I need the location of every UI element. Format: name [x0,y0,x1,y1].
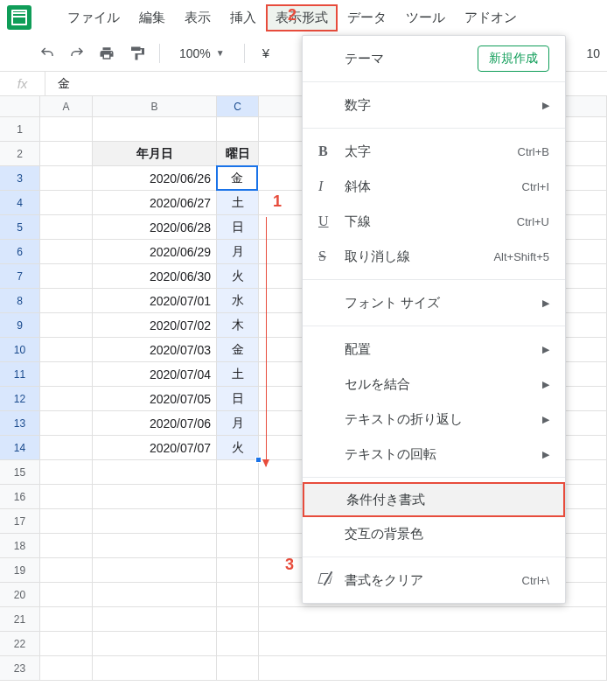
cell[interactable] [40,583,93,606]
paint-format-button[interactable] [124,41,149,66]
cell[interactable] [40,264,93,288]
zoom-control[interactable]: 100% ▼ [171,46,234,60]
cell[interactable]: 月 [217,240,259,263]
cell[interactable] [217,632,259,655]
cell[interactable] [40,166,93,190]
select-all-corner[interactable] [0,96,40,116]
menu-italic[interactable]: I 斜体 Ctrl+I [303,169,565,204]
cell[interactable] [40,485,93,508]
row-header[interactable]: 23 [0,656,40,680]
cell[interactable] [40,460,93,484]
row-header[interactable]: 7 [0,264,40,288]
cell[interactable]: 2020/07/02 [93,313,217,337]
cell[interactable] [93,460,217,484]
cell[interactable]: 金 [217,338,259,361]
cell[interactable]: 2020/06/29 [93,240,217,263]
cell[interactable]: 曜日 [217,142,259,165]
row-header[interactable]: 2 [0,142,40,165]
cell[interactable] [93,509,217,533]
cell[interactable]: 土 [217,191,259,214]
cell[interactable] [40,656,93,680]
cell[interactable] [217,485,259,508]
cell[interactable] [40,117,93,141]
cell[interactable] [93,632,217,655]
cell[interactable] [40,534,93,557]
row-header[interactable]: 11 [0,362,40,386]
row-header[interactable]: 18 [0,534,40,557]
formula-value[interactable]: 金 [45,76,70,92]
cell[interactable] [217,534,259,557]
row-header[interactable]: 1 [0,117,40,141]
cell[interactable] [217,656,259,680]
cell[interactable] [93,558,217,582]
undo-button[interactable] [35,41,59,66]
menu-merge-cells[interactable]: セルを結合 ▶ [303,367,565,402]
column-header-c[interactable]: C [217,96,259,116]
cell[interactable]: 2020/07/04 [93,362,217,386]
row-header[interactable]: 4 [0,191,40,214]
cell[interactable]: 年月日 [93,142,217,165]
menu-strikethrough[interactable]: S 取り消し線 Alt+Shift+5 [303,239,565,274]
menu-format[interactable]: 表示形式 [266,4,338,32]
fill-handle[interactable] [255,457,262,463]
row-header[interactable]: 17 [0,509,40,533]
menu-text-wrap[interactable]: テキストの折り返し ▶ [303,402,565,437]
row-header[interactable]: 19 [0,558,40,582]
row-header[interactable]: 3 [0,166,40,190]
cell[interactable]: 月 [217,411,259,435]
menu-text-rotation[interactable]: テキストの回転 ▶ [303,437,565,472]
row-header[interactable]: 9 [0,313,40,337]
menu-bold[interactable]: B 太字 Ctrl+B [303,134,565,169]
cell[interactable]: 2020/07/06 [93,411,217,435]
cell[interactable]: 土 [217,362,259,386]
cell[interactable]: 2020/06/28 [93,215,217,239]
cell[interactable] [217,509,259,533]
row-header[interactable]: 12 [0,387,40,410]
cell[interactable] [259,656,607,680]
column-header-b[interactable]: B [93,96,217,116]
cell[interactable] [40,558,93,582]
cell[interactable]: 火 [217,436,259,459]
cell[interactable] [93,656,217,680]
column-header-a[interactable]: A [40,96,93,116]
menu-font-size[interactable]: フォント サイズ ▶ [303,285,565,320]
cell[interactable] [40,509,93,533]
menu-conditional-formatting[interactable]: 条件付き書式 [303,482,565,517]
cell[interactable] [40,607,93,631]
cell[interactable] [93,534,217,557]
menu-align[interactable]: 配置 ▶ [303,332,565,367]
cell[interactable] [40,142,93,165]
row-header[interactable]: 13 [0,411,40,435]
cell[interactable]: 2020/07/05 [93,387,217,410]
cell[interactable] [259,632,607,655]
menu-file[interactable]: ファイル [58,4,129,32]
menu-insert[interactable]: 挿入 [220,4,266,32]
cell[interactable]: 2020/06/27 [93,191,217,214]
cell[interactable]: 日 [217,387,259,410]
cell[interactable]: 2020/07/01 [93,289,217,312]
menu-addons[interactable]: アドオン [455,4,527,32]
cell[interactable] [217,558,259,582]
cell[interactable] [40,289,93,312]
font-size-value[interactable]: 10 [586,46,600,60]
cell[interactable] [259,607,607,631]
menu-underline[interactable]: U 下線 Ctrl+U [303,204,565,239]
row-header[interactable]: 8 [0,289,40,312]
menu-theme[interactable]: テーマ 新規作成 [303,41,565,76]
new-theme-button[interactable]: 新規作成 [478,46,549,72]
sheets-app-icon[interactable] [7,5,31,30]
menu-clear-formatting[interactable]: 書式をクリア Ctrl+\ [303,563,565,598]
currency-format-button[interactable]: ¥ [255,46,276,60]
row-header[interactable]: 16 [0,485,40,508]
cell[interactable]: 木 [217,313,259,337]
menu-data[interactable]: データ [338,4,396,32]
cell[interactable] [40,632,93,655]
cell[interactable] [40,338,93,361]
menu-view[interactable]: 表示 [175,4,220,32]
cell[interactable]: 2020/07/03 [93,338,217,361]
cell[interactable] [93,117,217,141]
cell[interactable] [93,485,217,508]
cell[interactable] [40,436,93,459]
cell[interactable] [217,460,259,484]
cell[interactable]: 日 [217,215,259,239]
